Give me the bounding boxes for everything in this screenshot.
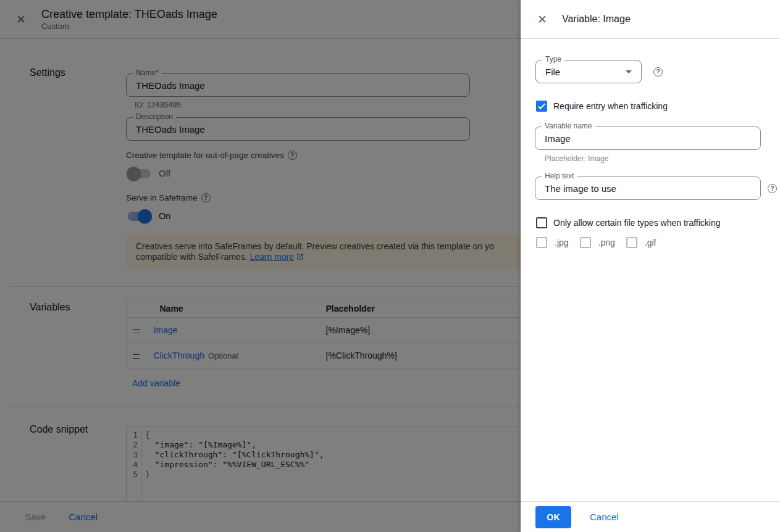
chevron-down-icon	[626, 70, 632, 73]
require-entry-label: Require entry when trafficking	[553, 101, 668, 111]
type-help-icon[interactable]: ?	[653, 67, 663, 77]
png-checkbox[interactable]	[580, 237, 591, 248]
help-text-help-icon[interactable]: ?	[768, 184, 777, 193]
variable-panel: ✕ Variable: Image Type File ? Require en…	[521, 0, 780, 532]
help-text-label: Help text	[542, 172, 577, 181]
panel-cancel-button[interactable]: Cancel	[590, 512, 619, 522]
help-text-input[interactable]	[545, 183, 751, 194]
placeholder-hint: Placeholder: Image	[545, 154, 780, 163]
panel-body: Type File ? Require entry when trafficki…	[521, 60, 780, 248]
gif-checkbox[interactable]	[626, 237, 637, 248]
help-text-field[interactable]: Help text	[535, 177, 761, 200]
jpg-label: .jpg	[555, 238, 569, 247]
jpg-checkbox[interactable]	[536, 237, 547, 248]
type-select-value: File	[545, 67, 560, 77]
panel-header: ✕ Variable: Image	[521, 0, 780, 39]
type-select-label: Type	[542, 55, 564, 64]
require-entry-checkbox[interactable]	[536, 101, 547, 112]
png-label: .png	[598, 238, 615, 247]
panel-close-icon[interactable]: ✕	[537, 14, 547, 25]
file-types-checkbox[interactable]	[536, 217, 547, 228]
file-types-label: Only allow certain file types when traff…	[553, 218, 721, 228]
panel-title: Variable: Image	[562, 14, 631, 25]
app-window: ✕ Creative template: THEOads Image Custo…	[0, 0, 780, 532]
type-select[interactable]: Type File	[535, 60, 642, 83]
variable-name-input[interactable]	[545, 133, 751, 144]
panel-footer: OK Cancel	[521, 501, 780, 532]
checkmark-icon	[536, 101, 547, 112]
variable-name-label: Variable name	[542, 122, 595, 131]
variable-name-field[interactable]: Variable name	[535, 127, 761, 150]
ok-button[interactable]: OK	[535, 506, 571, 528]
gif-label: .gif	[645, 238, 656, 247]
